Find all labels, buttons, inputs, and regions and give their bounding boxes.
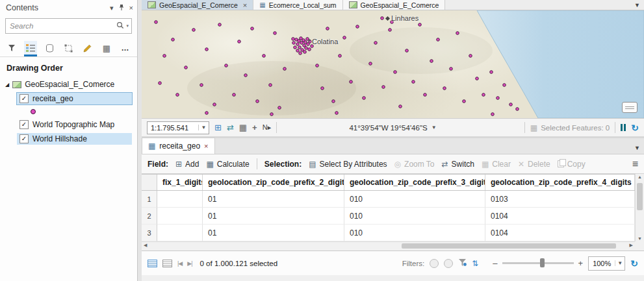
- view-tab-map-active[interactable]: GeoEspacial_E_Comerce ×: [142, 0, 253, 10]
- map-view[interactable]: Colatina Linhares: [142, 10, 644, 118]
- tree-item-world-hillshade[interactable]: ✓ World Hillshade: [0, 132, 137, 146]
- extent-filter-icon[interactable]: [430, 259, 439, 268]
- column-header[interactable]: geolocation_zip_code_prefix_2_digits: [203, 175, 344, 190]
- copy-button[interactable]: Copy: [558, 160, 586, 169]
- tab-list-chevron-icon[interactable]: ▼: [630, 0, 644, 10]
- pause-drawing-icon[interactable]: [621, 124, 626, 131]
- view-area: GeoEspacial_E_Comerce × ▦ Ecomerce_Local…: [142, 0, 644, 281]
- zoom-to-button[interactable]: ◎ Zoom To: [394, 160, 435, 169]
- column-header[interactable]: geolocation_zip_code_prefix_3_digits: [344, 175, 485, 190]
- list-by-data-source-icon[interactable]: [43, 41, 56, 56]
- chevron-down-icon[interactable]: ▼: [431, 125, 437, 130]
- view-tab-strip: GeoEspacial_E_Comerce × ▦ Ecomerce_Local…: [142, 0, 644, 10]
- map-notification-icon[interactable]: [622, 102, 638, 113]
- refresh-map-icon[interactable]: ↻: [631, 123, 639, 133]
- search-input[interactable]: [8, 21, 116, 31]
- attribute-table-icon[interactable]: ▦: [239, 123, 247, 132]
- snapping-icon[interactable]: +: [252, 123, 257, 132]
- table-cell[interactable]: 01: [203, 225, 344, 241]
- tree-item-world-topographic[interactable]: ✓ World Topographic Map: [0, 117, 137, 132]
- swap-selection-icon[interactable]: ⇄: [227, 123, 234, 132]
- table-cell[interactable]: 01: [203, 208, 344, 225]
- row-number[interactable]: 1: [142, 191, 157, 208]
- close-icon[interactable]: ×: [129, 5, 133, 12]
- table-cell[interactable]: 010: [344, 208, 485, 225]
- switch-selection-button[interactable]: ⇄ Switch: [442, 160, 474, 169]
- table-row: 1 01 010 0103: [142, 191, 635, 208]
- last-record-icon[interactable]: ▶|: [187, 260, 192, 267]
- column-header[interactable]: fix_1_digits: [157, 175, 203, 190]
- zoom-slider[interactable]: [502, 262, 574, 264]
- scrollbar-thumb[interactable]: [637, 183, 643, 210]
- tree-item-receita-geo[interactable]: ✓ receita_geo: [0, 92, 137, 106]
- chevron-down-icon[interactable]: ▼: [615, 260, 625, 266]
- expander-icon[interactable]: ◢: [5, 82, 9, 88]
- select-features-icon[interactable]: ⊞: [214, 123, 222, 132]
- sort-icon[interactable]: ⇅: [472, 259, 478, 268]
- delete-button[interactable]: ✕ Delete: [518, 160, 550, 169]
- scroll-down-icon[interactable]: ▼: [636, 236, 644, 241]
- table-cell[interactable]: 01: [203, 191, 344, 208]
- map-scale-combo[interactable]: 1:1.795.541 ▼: [147, 121, 209, 134]
- table-cell[interactable]: [157, 225, 203, 241]
- more-options-icon[interactable]: …: [119, 41, 132, 56]
- scroll-up-icon[interactable]: ▲: [636, 175, 644, 179]
- form-view-toggle-icon[interactable]: [162, 260, 172, 267]
- table-cell[interactable]: 0104: [485, 208, 635, 225]
- search-options-chevron-icon[interactable]: ▾: [126, 23, 129, 29]
- list-by-labeling-icon[interactable]: ▦: [100, 41, 113, 56]
- select-by-attributes-button[interactable]: ▤ Select By Attributes: [309, 160, 387, 169]
- table-cell[interactable]: 0103: [485, 191, 635, 208]
- table-cell[interactable]: 010: [344, 225, 485, 241]
- view-tab-label: GeoEspacial_E_Comerce: [361, 1, 439, 9]
- close-tab-icon[interactable]: ×: [204, 142, 208, 150]
- layer-checkbox[interactable]: ✓: [19, 94, 29, 103]
- layer-checkbox[interactable]: ✓: [19, 134, 29, 143]
- chevron-down-icon[interactable]: ▼: [198, 125, 209, 130]
- first-record-icon[interactable]: |◀: [177, 260, 182, 267]
- view-tab-map-2[interactable]: GeoEspacial_E_Comerce: [343, 0, 446, 10]
- vertical-scrollbar[interactable]: ▲ ▼: [635, 174, 644, 241]
- row-number[interactable]: 2: [142, 208, 157, 225]
- refresh-table-icon[interactable]: ↻: [630, 258, 638, 269]
- zoom-level-combo[interactable]: 100% ▼: [588, 256, 625, 271]
- clear-selection-button[interactable]: ▦ Clear: [482, 160, 511, 169]
- table-cell[interactable]: [157, 191, 203, 208]
- filter-icon[interactable]: [5, 41, 18, 56]
- list-by-drawing-order-icon[interactable]: [24, 41, 37, 56]
- table-tab-receita-geo[interactable]: ▦ receita_geo ×: [142, 138, 215, 154]
- scroll-left-icon[interactable]: ◀: [144, 243, 147, 248]
- pane-options-chevron-icon[interactable]: ▾: [110, 5, 114, 12]
- header-corner-cell[interactable]: [142, 175, 157, 190]
- column-header[interactable]: geolocation_zip_code_prefix_4_digits: [485, 175, 635, 190]
- table-cell[interactable]: 010: [344, 191, 485, 208]
- table-menu-icon[interactable]: ≡: [632, 158, 638, 170]
- table-cell[interactable]: 0104: [485, 225, 635, 241]
- view-tab-table[interactable]: ▦ Ecomerce_Local_sum: [253, 0, 342, 10]
- filters-label: Filters:: [402, 260, 425, 267]
- scroll-right-icon[interactable]: ▶: [630, 243, 633, 248]
- time-filter-icon[interactable]: [444, 259, 453, 268]
- table-view-toggle-icon[interactable]: [148, 260, 157, 267]
- table-cell[interactable]: [157, 208, 203, 225]
- tree-item-map[interactable]: ◢ GeoEspacial_E_Comerce: [0, 77, 137, 92]
- list-by-editing-icon[interactable]: [81, 41, 94, 56]
- slider-thumb[interactable]: [540, 258, 545, 267]
- point-symbol-swatch[interactable]: [31, 109, 36, 114]
- field-label: Field:: [148, 160, 168, 169]
- filter-funnel-icon[interactable]: [458, 258, 467, 268]
- row-number[interactable]: 3: [142, 225, 157, 241]
- selection-label: Selection:: [264, 160, 302, 169]
- horizontal-scrollbar[interactable]: ◀ ▶: [142, 241, 635, 250]
- list-by-selection-icon[interactable]: [62, 41, 75, 56]
- tab-list-chevron-icon[interactable]: ▼: [630, 145, 644, 154]
- zoom-in-icon[interactable]: +: [578, 259, 584, 267]
- zoom-out-icon[interactable]: –: [493, 259, 497, 267]
- north-arrow-icon[interactable]: N▸: [263, 124, 271, 131]
- layer-checkbox[interactable]: ✓: [19, 120, 29, 129]
- close-tab-icon[interactable]: ×: [243, 1, 247, 9]
- add-field-button[interactable]: ⊞ Add: [175, 160, 199, 169]
- pin-icon[interactable]: [118, 4, 125, 12]
- calculate-field-button[interactable]: ▦ Calculate: [206, 160, 249, 169]
- scrollbar-thumb[interactable]: [402, 243, 616, 249]
